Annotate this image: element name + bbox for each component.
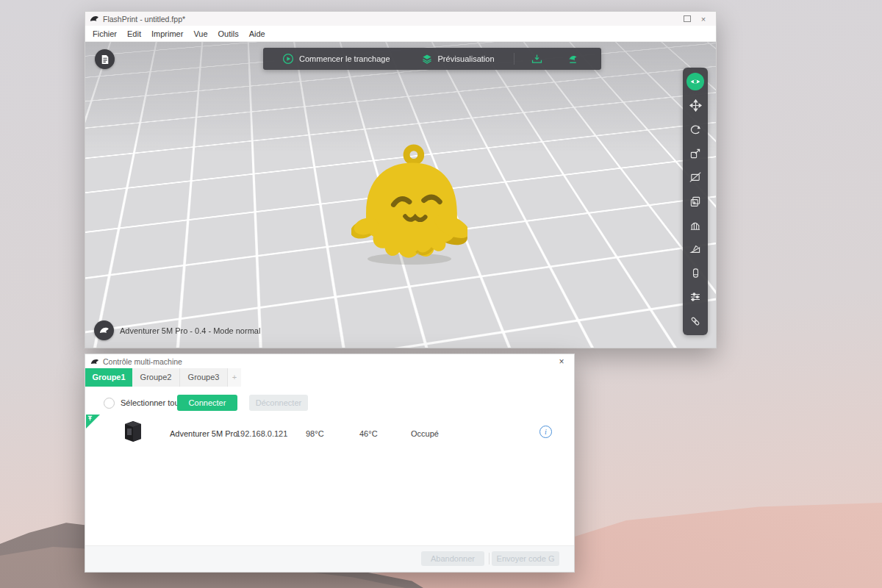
seam-tool-button[interactable] <box>686 240 704 258</box>
scale-tool-button[interactable] <box>686 145 704 162</box>
menubar: Fichier Edit Imprimer Vue Outils Aide <box>85 26 716 42</box>
dialog-title: Contrôle multi-machine <box>103 357 182 366</box>
sliders-icon <box>689 291 701 303</box>
select-all-label: Sélectionner tout <box>121 398 182 407</box>
dialog-footer: Abandonner Envoyer code G <box>85 545 574 572</box>
send-to-printer-button[interactable] <box>555 53 591 65</box>
menu-vue[interactable]: Vue <box>193 29 207 38</box>
menu-fichier[interactable]: Fichier <box>93 29 117 38</box>
flashprint-window: FlashPrint - untitled.fpp* × Fichier Edi… <box>85 11 717 348</box>
extruder-temp: 98°C <box>306 429 324 438</box>
link-tool-button[interactable] <box>686 312 704 330</box>
info-icon[interactable]: i <box>539 426 552 438</box>
link-icon <box>689 315 701 327</box>
printer-row[interactable]: Adventurer 5M Pro 192.168.0.121 98°C 46°… <box>85 415 574 451</box>
close-icon: × <box>701 15 706 24</box>
flashforge-send-icon <box>567 53 579 65</box>
maximize-button[interactable] <box>679 13 695 24</box>
close-icon: × <box>559 356 564 367</box>
flashforge-logo-icon <box>94 320 114 340</box>
preview-label: Prévisualisation <box>438 54 495 63</box>
move-tool-button[interactable] <box>686 97 704 115</box>
supports-icon <box>689 220 701 232</box>
abort-button[interactable]: Abandonner <box>421 551 484 566</box>
layers-icon <box>421 53 433 65</box>
titlebar[interactable]: FlashPrint - untitled.fpp* × <box>85 12 716 26</box>
wedge-icon <box>689 243 701 255</box>
toolbar-divider <box>514 53 514 65</box>
play-icon <box>282 53 294 65</box>
rotate-tool-button[interactable] <box>686 121 704 138</box>
send-gcode-button[interactable]: Envoyer code G <box>492 551 559 566</box>
printer-status: Occupé <box>411 429 439 438</box>
viewport-3d[interactable]: Commencer le tranchage Prévisualisation <box>85 42 716 348</box>
window-title: FlashPrint - untitled.fpp* <box>103 15 185 24</box>
eraser-icon <box>690 268 701 279</box>
start-slicing-label: Commencer le tranchage <box>299 54 390 63</box>
group-tabs: Groupe1 Groupe2 Groupe3 + <box>85 368 574 387</box>
footer-divider <box>489 553 490 564</box>
cut-icon <box>689 171 701 183</box>
document-icon <box>101 54 110 65</box>
menu-aide[interactable]: Aide <box>249 29 265 38</box>
cut-tool-button[interactable] <box>686 168 704 186</box>
dialog-titlebar[interactable]: Contrôle multi-machine × <box>85 354 574 368</box>
duplicate-icon <box>689 196 701 207</box>
connect-button[interactable]: Connecter <box>177 395 237 411</box>
duplicate-tool-button[interactable] <box>686 193 704 210</box>
supports-tool-button[interactable] <box>686 217 704 234</box>
current-printer-label: Adventurer 5M Pro - 0.4 - Mode normal <box>120 326 260 335</box>
bed-temp: 46°C <box>359 429 378 438</box>
select-all-checkbox[interactable] <box>104 398 115 409</box>
tab-groupe3[interactable]: Groupe3 <box>180 368 228 387</box>
menu-edit[interactable]: Edit <box>127 29 141 38</box>
export-gcode-button[interactable] <box>519 53 555 65</box>
tuning-tool-button[interactable] <box>686 288 704 306</box>
model-ghost-keychain[interactable] <box>351 141 467 268</box>
multi-machine-dialog: Contrôle multi-machine × Groupe1 Groupe2… <box>85 354 575 573</box>
start-slicing-button[interactable]: Commencer le tranchage <box>273 53 399 65</box>
disconnect-button[interactable]: Déconnecter <box>249 395 308 411</box>
flashprint-logo-icon <box>90 358 99 365</box>
printer-ip: 192.168.0.121 <box>236 429 287 438</box>
add-group-button[interactable]: + <box>228 368 241 387</box>
eye-icon <box>689 76 701 87</box>
close-button[interactable]: × <box>695 13 711 24</box>
tab-groupe2[interactable]: Groupe2 <box>132 368 180 387</box>
scale-icon <box>689 148 701 159</box>
maximize-icon <box>684 15 691 22</box>
file-list-button[interactable] <box>95 49 115 69</box>
rotate-icon <box>689 123 702 136</box>
select-all-row: Sélectionner tout Connecter Déconnecter <box>85 395 182 411</box>
printer-thumbnail <box>123 420 143 442</box>
preview-button[interactable]: Prévisualisation <box>412 53 503 65</box>
menu-imprimer[interactable]: Imprimer <box>151 29 183 38</box>
view-tool-button[interactable] <box>686 73 704 90</box>
slice-toolbar: Commencer le tranchage Prévisualisation <box>263 48 601 70</box>
tab-groupe1[interactable]: Groupe1 <box>85 368 132 387</box>
menu-outils[interactable]: Outils <box>218 29 239 38</box>
model-tools-toolbar <box>683 68 708 335</box>
eraser-tool-button[interactable] <box>686 265 704 282</box>
dialog-body: Sélectionner tout Connecter Déconnecter … <box>85 387 574 546</box>
connected-ribbon <box>86 415 100 429</box>
dialog-close-button[interactable]: × <box>554 356 569 367</box>
move-icon <box>689 99 702 112</box>
printer-name: Adventurer 5M Pro <box>170 429 237 438</box>
save-export-icon <box>531 53 543 65</box>
flashprint-logo-icon <box>90 15 99 23</box>
printer-status-overlay[interactable]: Adventurer 5M Pro - 0.4 - Mode normal <box>94 320 260 340</box>
